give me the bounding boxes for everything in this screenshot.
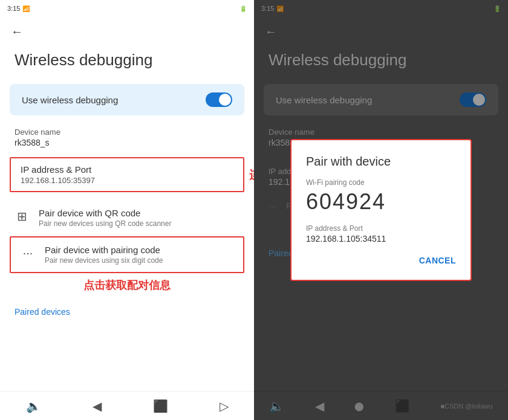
right-panel: 3:15 📶 🔋 ← Wireless debugging Use wirele… [254,0,508,420]
dialog-ip-value: 192.168.1.105:34511 [306,234,456,244]
pairing-code-icon: ··· [21,246,35,260]
left-click-hint: 点击获取配对信息 [0,273,254,297]
left-panel: 3:15 📶 🔋 ← Wireless debugging Use wirele… [0,0,254,420]
dialog-pairing-code: 604924 [306,189,456,215]
left-battery: 🔋 [239,5,247,12]
left-pairing-menu-text: Pair device with pairing code Pair new d… [45,245,163,265]
time-display: 3:15 [7,5,20,12]
left-nav-home[interactable]: ⬛ [153,399,168,413]
left-qr-title: Pair device with QR code [39,208,171,218]
back-arrow-icon: ← [11,25,23,39]
left-ip-port-label: IP address & Port [21,164,233,175]
left-nav-back[interactable]: ◀ [93,399,102,413]
pair-with-device-dialog: Pair with device Wi-Fi pairing code 6049… [290,139,472,281]
left-pairing-menu-item[interactable]: ··· Pair device with pairing code Pair n… [10,236,244,273]
left-qr-subtitle: Pair new devices using QR code scanner [39,219,171,228]
dialog-title: Pair with device [306,155,456,169]
left-pairing-title: Pair device with pairing code [45,245,163,255]
left-ip-port-box[interactable]: IP address & Port 192.168.1.105:35397 连接… [10,157,244,192]
dialog-cancel-button[interactable]: CANCEL [419,256,456,265]
dialog-actions: CANCEL [306,256,456,265]
left-qr-menu-text: Pair device with QR code Pair new device… [39,208,171,228]
left-nav-recent[interactable]: ▷ [220,399,229,413]
dialog-ip-label: IP address & Port [306,224,456,233]
left-nav-volume[interactable]: 🔈 [26,399,41,413]
left-back-button[interactable]: ← [5,19,29,44]
left-page-title: Wireless debugging [0,46,254,84]
dialog-overlay: Pair with device Wi-Fi pairing code 6049… [254,0,508,420]
left-status-bar: 3:15 📶 🔋 [0,0,254,17]
left-battery-icon: 🔋 [239,5,247,12]
left-wireless-toggle-row[interactable]: Use wireless debugging [10,84,244,115]
left-ip-port-value: 192.168.1.105:35397 [21,176,233,185]
left-device-name-label: Device name [0,115,254,138]
left-bottom-nav: 🔈 ◀ ⬛ ▷ [0,391,254,420]
left-signal-icons: 📶 [22,5,30,12]
left-paired-devices-link[interactable]: Paired devices [0,297,254,326]
left-toggle-switch[interactable] [206,92,232,107]
left-toggle-label: Use wireless debugging [22,95,118,105]
dialog-wifi-label: Wi-Fi pairing code [306,178,456,187]
left-device-name-value: rk3588_s [0,138,254,155]
qr-code-icon: ⊞ [15,209,29,224]
left-pairing-subtitle: Pair new devices using six digit code [45,256,163,265]
left-qr-menu-item[interactable]: ⊞ Pair device with QR code Pair new devi… [0,199,254,236]
left-status-time: 3:15 📶 [7,5,30,12]
